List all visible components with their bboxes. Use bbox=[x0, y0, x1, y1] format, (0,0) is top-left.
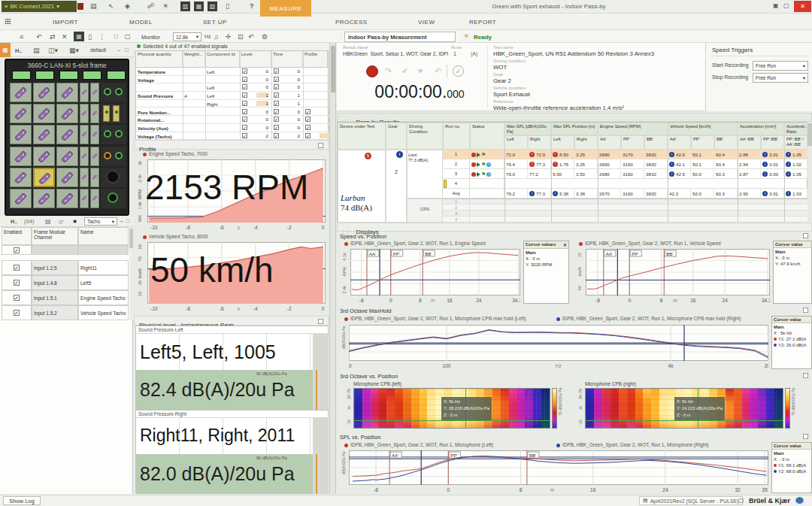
table-view-icon[interactable]: ▦ bbox=[74, 32, 84, 41]
module-slot[interactable] bbox=[56, 83, 78, 102]
module-slot[interactable] bbox=[33, 125, 55, 144]
module-slot[interactable] bbox=[80, 104, 89, 123]
record-button[interactable] bbox=[366, 65, 378, 77]
show-log-button[interactable]: Show Log bbox=[3, 496, 41, 505]
move-icon[interactable]: ✛ bbox=[226, 33, 232, 41]
tab-setup[interactable]: SET UP bbox=[203, 19, 227, 26]
module-slot[interactable] bbox=[80, 168, 89, 187]
module-slot[interactable] bbox=[10, 168, 32, 187]
module-slot[interactable] bbox=[56, 125, 78, 144]
module-slot[interactable] bbox=[10, 104, 32, 123]
preset-select[interactable]: default bbox=[90, 47, 106, 53]
module-slot[interactable] bbox=[56, 189, 78, 208]
enabled-checkbox[interactable]: ✓ bbox=[14, 265, 20, 271]
reject-run-button[interactable]: ♥ bbox=[418, 66, 423, 75]
signal-checkbox[interactable]: ✓ bbox=[242, 68, 247, 74]
cursor-values-panel[interactable]: Cursor value Main X: -3 m Y: 47.9 km/h bbox=[773, 241, 812, 304]
save-icon[interactable]: ▤ bbox=[33, 47, 40, 54]
io-slot[interactable] bbox=[101, 147, 126, 166]
layout-select-icon[interactable]: ◫▾ bbox=[48, 47, 58, 54]
overlap-icon[interactable]: ▢ bbox=[125, 33, 131, 40]
signal-checkbox[interactable]: ✓ bbox=[274, 77, 279, 82]
microphone-cpb-right-heatmap[interactable]: X: 5k Hz Y: 24.223 dB(A)/20u Pa Z: -3 m bbox=[585, 388, 783, 429]
module-slot[interactable] bbox=[33, 168, 55, 187]
module-slot[interactable] bbox=[80, 147, 89, 166]
module-slot[interactable] bbox=[80, 83, 89, 102]
module-slot[interactable] bbox=[80, 125, 89, 144]
favorite-icon[interactable]: ★ bbox=[72, 218, 77, 225]
expand-icon[interactable] bbox=[803, 308, 808, 313]
channel-table-scrollbar[interactable] bbox=[129, 227, 133, 320]
signal-checkbox[interactable]: ✓ bbox=[305, 125, 311, 130]
result-run-row[interactable]: 1⚑72.0!72.9!8.503.25268031703820i42.650.… bbox=[443, 150, 807, 159]
module-slot[interactable] bbox=[80, 189, 89, 208]
document-icon[interactable]: ▯ bbox=[226, 2, 229, 10]
tab-process[interactable]: PROCESS bbox=[335, 19, 368, 26]
signal-checkbox[interactable]: ✓ bbox=[274, 125, 279, 130]
cursor-values-panel[interactable]: Cursor values✕ Main X: -3 m Y: 3020 RPM bbox=[523, 241, 569, 304]
result-run-row[interactable]: 2⚑i76.4!77.3!1.753.25266031603820i42.150… bbox=[443, 159, 807, 169]
module-slot[interactable] bbox=[56, 147, 78, 166]
enabled-checkbox[interactable]: ✓ bbox=[14, 280, 20, 286]
pointer-icon[interactable]: ↖ bbox=[108, 2, 114, 10]
module-slot[interactable] bbox=[33, 147, 55, 166]
restore-icon[interactable]: ▢ bbox=[783, 2, 789, 9]
signal-checkbox[interactable]: ✓ bbox=[274, 92, 279, 98]
vertical-scrollbar[interactable] bbox=[329, 43, 336, 494]
module-slot[interactable] bbox=[10, 147, 32, 166]
vehicle-speed-plot[interactable]: -808162434.75mAA'PP'BB' bbox=[586, 249, 770, 304]
signal-checkbox[interactable]: ✓ bbox=[305, 133, 311, 138]
module-slot[interactable] bbox=[10, 189, 32, 208]
module-slot[interactable] bbox=[90, 83, 99, 102]
expand-icon[interactable] bbox=[803, 434, 808, 439]
screen-icon[interactable]: ⊡ bbox=[238, 33, 244, 41]
enabled-checkbox[interactable]: ✓ bbox=[14, 247, 20, 253]
maximize-icon[interactable]: □ bbox=[126, 218, 129, 223]
table-row[interactable]: ✓ bbox=[2, 290, 32, 305]
module-slot[interactable] bbox=[10, 125, 32, 144]
signal-checkbox[interactable]: ✓ bbox=[242, 92, 247, 98]
open-icon[interactable]: ▱ bbox=[59, 218, 63, 225]
cursor-values-panel[interactable]: Cursor value Main X : -3 m Y1: 69.1 dB(A… bbox=[771, 442, 812, 493]
tab-indoor-passby-measurement[interactable]: Indoor Pass-by Measurement bbox=[344, 32, 456, 42]
engine-speed-plot[interactable]: -808162434.75mAA'PP'BB' bbox=[350, 249, 520, 304]
checkbox-icon[interactable]: ▢ bbox=[738, 497, 744, 504]
swap-icon[interactable]: ⇄ bbox=[50, 33, 56, 41]
lasso-icon[interactable]: ☍ bbox=[147, 2, 154, 10]
signal-checkbox[interactable]: ✓ bbox=[274, 133, 279, 138]
expand-icon[interactable] bbox=[318, 143, 323, 148]
layout-3-icon[interactable]: ▧ bbox=[208, 2, 217, 11]
displays-section-header[interactable]: ⋮⋮ Displays bbox=[337, 223, 812, 232]
channel-tab[interactable]: H.. bbox=[11, 219, 17, 224]
results-scrollbar[interactable] bbox=[807, 122, 812, 222]
accept-run-button[interactable]: ✔ bbox=[401, 66, 408, 76]
spl-plot[interactable]: -80816243235mAA'PP'BB' bbox=[349, 450, 768, 493]
result-run-row[interactable]: 4 bbox=[443, 179, 807, 189]
tab-report[interactable]: REPORT bbox=[469, 19, 496, 26]
expand-icon[interactable] bbox=[803, 373, 808, 378]
sample-rate-select[interactable]: 12.8k▾ bbox=[173, 32, 201, 41]
module-slot[interactable] bbox=[90, 189, 99, 208]
maximize-icon[interactable]: □ bbox=[125, 47, 129, 53]
tab-measure[interactable]: MEASURE bbox=[260, 0, 311, 17]
module-slot[interactable] bbox=[90, 168, 99, 187]
result-run-row[interactable]: 1 bbox=[443, 198, 807, 205]
module-slot[interactable] bbox=[56, 104, 78, 123]
io-slot[interactable] bbox=[101, 189, 126, 208]
clear-icon[interactable]: ✕ bbox=[62, 33, 68, 41]
save-icon[interactable]: ▤ bbox=[45, 218, 51, 225]
module-slot[interactable] bbox=[90, 125, 99, 144]
start-recording-select[interactable]: Free Run▾ bbox=[753, 61, 808, 71]
minimize-icon[interactable]: ▣ bbox=[773, 2, 779, 9]
module-slot[interactable] bbox=[10, 83, 32, 102]
grid-select-icon[interactable]: ▦▾ bbox=[69, 47, 79, 54]
expand-icon[interactable] bbox=[318, 319, 323, 324]
help-icon[interactable]: ? bbox=[250, 2, 254, 10]
io-slot[interactable] bbox=[101, 83, 126, 102]
expand-icon[interactable] bbox=[803, 233, 808, 238]
filter-cell[interactable] bbox=[78, 245, 129, 255]
database-chip[interactable]: ▤April2021Rev2 (SQL Server - PULSE) bbox=[639, 496, 743, 505]
module-slot[interactable] bbox=[33, 104, 55, 123]
result-run-row[interactable]: 3 bbox=[443, 211, 807, 217]
signal-checkbox[interactable]: ✓ bbox=[305, 109, 311, 114]
